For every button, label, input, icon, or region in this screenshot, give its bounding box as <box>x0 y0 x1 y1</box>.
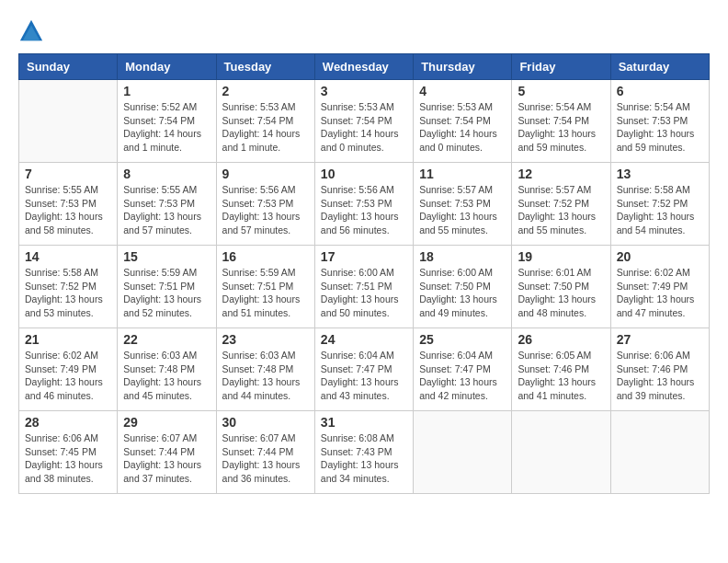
day-number: 24 <box>321 332 407 347</box>
day-info: Sunrise: 6:03 AM Sunset: 7:48 PM Dayligh… <box>222 349 309 403</box>
day-number: 17 <box>321 249 407 264</box>
calendar-cell: 11Sunrise: 5:57 AM Sunset: 7:53 PM Dayli… <box>414 163 512 246</box>
day-number: 9 <box>222 167 309 181</box>
day-number: 2 <box>222 84 309 98</box>
day-number: 4 <box>419 84 506 98</box>
day-number: 13 <box>617 167 703 181</box>
day-of-week-header: Friday <box>512 54 610 80</box>
calendar-week-row: 14Sunrise: 5:58 AM Sunset: 7:52 PM Dayli… <box>19 246 710 328</box>
day-number: 1 <box>123 84 210 98</box>
calendar-cell: 20Sunrise: 6:02 AM Sunset: 7:49 PM Dayli… <box>610 246 709 328</box>
day-number: 15 <box>123 249 210 264</box>
calendar-cell: 14Sunrise: 5:58 AM Sunset: 7:52 PM Dayli… <box>19 246 118 328</box>
calendar-cell: 18Sunrise: 6:00 AM Sunset: 7:50 PM Dayli… <box>414 246 512 328</box>
page-header <box>18 18 710 44</box>
day-info: Sunrise: 6:04 AM Sunset: 7:47 PM Dayligh… <box>321 349 407 403</box>
day-number: 20 <box>617 249 703 264</box>
calendar-cell: 31Sunrise: 6:08 AM Sunset: 7:43 PM Dayli… <box>314 411 413 494</box>
day-number: 3 <box>321 84 407 98</box>
day-number: 28 <box>25 415 111 430</box>
day-of-week-header: Wednesday <box>314 54 413 80</box>
day-info: Sunrise: 6:04 AM Sunset: 7:47 PM Dayligh… <box>419 349 506 403</box>
day-of-week-header: Thursday <box>414 54 512 80</box>
calendar-cell: 24Sunrise: 6:04 AM Sunset: 7:47 PM Dayli… <box>314 328 413 411</box>
day-info: Sunrise: 6:05 AM Sunset: 7:46 PM Dayligh… <box>518 349 604 403</box>
calendar-cell: 8Sunrise: 5:55 AM Sunset: 7:53 PM Daylig… <box>118 163 216 246</box>
day-info: Sunrise: 5:59 AM Sunset: 7:51 PM Dayligh… <box>222 266 309 320</box>
day-info: Sunrise: 6:01 AM Sunset: 7:50 PM Dayligh… <box>518 266 604 320</box>
calendar-cell: 22Sunrise: 6:03 AM Sunset: 7:48 PM Dayli… <box>118 328 216 411</box>
day-number: 18 <box>419 249 506 264</box>
calendar-cell: 15Sunrise: 5:59 AM Sunset: 7:51 PM Dayli… <box>118 246 216 328</box>
day-of-week-header: Saturday <box>610 54 709 80</box>
calendar-cell <box>512 411 610 494</box>
day-info: Sunrise: 6:07 AM Sunset: 7:44 PM Dayligh… <box>222 431 309 486</box>
day-number: 14 <box>25 249 111 264</box>
day-number: 8 <box>123 167 210 181</box>
day-info: Sunrise: 5:59 AM Sunset: 7:51 PM Dayligh… <box>123 266 210 320</box>
day-info: Sunrise: 5:56 AM Sunset: 7:53 PM Dayligh… <box>321 183 407 237</box>
day-info: Sunrise: 5:53 AM Sunset: 7:54 PM Dayligh… <box>222 100 309 155</box>
day-of-week-header: Sunday <box>19 54 118 80</box>
calendar-cell: 16Sunrise: 5:59 AM Sunset: 7:51 PM Dayli… <box>216 246 314 328</box>
day-number: 19 <box>518 249 604 264</box>
calendar-cell: 23Sunrise: 6:03 AM Sunset: 7:48 PM Dayli… <box>216 328 314 411</box>
day-info: Sunrise: 5:57 AM Sunset: 7:53 PM Dayligh… <box>419 183 506 237</box>
calendar-cell: 7Sunrise: 5:55 AM Sunset: 7:53 PM Daylig… <box>19 163 118 246</box>
day-info: Sunrise: 6:06 AM Sunset: 7:46 PM Dayligh… <box>617 349 703 403</box>
day-number: 25 <box>419 332 506 347</box>
calendar-cell: 19Sunrise: 6:01 AM Sunset: 7:50 PM Dayli… <box>512 246 610 328</box>
day-number: 6 <box>617 84 703 98</box>
calendar-cell <box>19 80 118 163</box>
day-number: 11 <box>419 167 506 181</box>
day-number: 27 <box>617 332 703 347</box>
calendar-cell <box>414 411 512 494</box>
day-number: 31 <box>321 415 407 430</box>
day-info: Sunrise: 6:08 AM Sunset: 7:43 PM Dayligh… <box>321 431 407 486</box>
calendar-table: SundayMondayTuesdayWednesdayThursdayFrid… <box>18 53 710 494</box>
day-number: 7 <box>25 167 111 181</box>
day-info: Sunrise: 5:58 AM Sunset: 7:52 PM Dayligh… <box>617 183 703 237</box>
day-number: 16 <box>222 249 309 264</box>
calendar-cell: 28Sunrise: 6:06 AM Sunset: 7:45 PM Dayli… <box>19 411 118 494</box>
day-info: Sunrise: 5:55 AM Sunset: 7:53 PM Dayligh… <box>123 183 210 237</box>
day-number: 21 <box>25 332 111 347</box>
calendar-cell: 12Sunrise: 5:57 AM Sunset: 7:52 PM Dayli… <box>512 163 610 246</box>
day-info: Sunrise: 5:55 AM Sunset: 7:53 PM Dayligh… <box>25 183 111 237</box>
day-info: Sunrise: 6:07 AM Sunset: 7:44 PM Dayligh… <box>123 431 210 486</box>
calendar-cell: 4Sunrise: 5:53 AM Sunset: 7:54 PM Daylig… <box>414 80 512 163</box>
calendar-week-row: 7Sunrise: 5:55 AM Sunset: 7:53 PM Daylig… <box>19 163 710 246</box>
day-info: Sunrise: 5:53 AM Sunset: 7:54 PM Dayligh… <box>419 100 506 155</box>
day-number: 26 <box>518 332 604 347</box>
calendar-week-row: 21Sunrise: 6:02 AM Sunset: 7:49 PM Dayli… <box>19 328 710 411</box>
day-number: 29 <box>123 415 210 430</box>
day-info: Sunrise: 5:53 AM Sunset: 7:54 PM Dayligh… <box>321 100 407 155</box>
calendar-cell: 25Sunrise: 6:04 AM Sunset: 7:47 PM Dayli… <box>414 328 512 411</box>
day-of-week-header: Tuesday <box>216 54 314 80</box>
day-info: Sunrise: 5:54 AM Sunset: 7:53 PM Dayligh… <box>617 100 703 155</box>
day-number: 10 <box>321 167 407 181</box>
day-number: 5 <box>518 84 604 98</box>
day-info: Sunrise: 5:58 AM Sunset: 7:52 PM Dayligh… <box>25 266 111 320</box>
logo-icon <box>18 18 44 44</box>
day-info: Sunrise: 5:54 AM Sunset: 7:54 PM Dayligh… <box>518 100 604 155</box>
calendar-cell: 27Sunrise: 6:06 AM Sunset: 7:46 PM Dayli… <box>610 328 709 411</box>
day-number: 23 <box>222 332 309 347</box>
day-info: Sunrise: 6:03 AM Sunset: 7:48 PM Dayligh… <box>123 349 210 403</box>
calendar-cell: 30Sunrise: 6:07 AM Sunset: 7:44 PM Dayli… <box>216 411 314 494</box>
day-of-week-header: Monday <box>118 54 216 80</box>
day-info: Sunrise: 6:02 AM Sunset: 7:49 PM Dayligh… <box>25 349 111 403</box>
day-info: Sunrise: 6:00 AM Sunset: 7:50 PM Dayligh… <box>419 266 506 320</box>
logo <box>18 18 48 44</box>
day-info: Sunrise: 5:52 AM Sunset: 7:54 PM Dayligh… <box>123 100 210 155</box>
calendar-cell: 9Sunrise: 5:56 AM Sunset: 7:53 PM Daylig… <box>216 163 314 246</box>
calendar-cell: 10Sunrise: 5:56 AM Sunset: 7:53 PM Dayli… <box>314 163 413 246</box>
calendar-cell: 26Sunrise: 6:05 AM Sunset: 7:46 PM Dayli… <box>512 328 610 411</box>
calendar-week-row: 1Sunrise: 5:52 AM Sunset: 7:54 PM Daylig… <box>19 80 710 163</box>
day-number: 22 <box>123 332 210 347</box>
calendar-cell: 29Sunrise: 6:07 AM Sunset: 7:44 PM Dayli… <box>118 411 216 494</box>
calendar-week-row: 28Sunrise: 6:06 AM Sunset: 7:45 PM Dayli… <box>19 411 710 494</box>
calendar-header-row: SundayMondayTuesdayWednesdayThursdayFrid… <box>19 54 710 80</box>
calendar-cell <box>610 411 709 494</box>
calendar-cell: 2Sunrise: 5:53 AM Sunset: 7:54 PM Daylig… <box>216 80 314 163</box>
